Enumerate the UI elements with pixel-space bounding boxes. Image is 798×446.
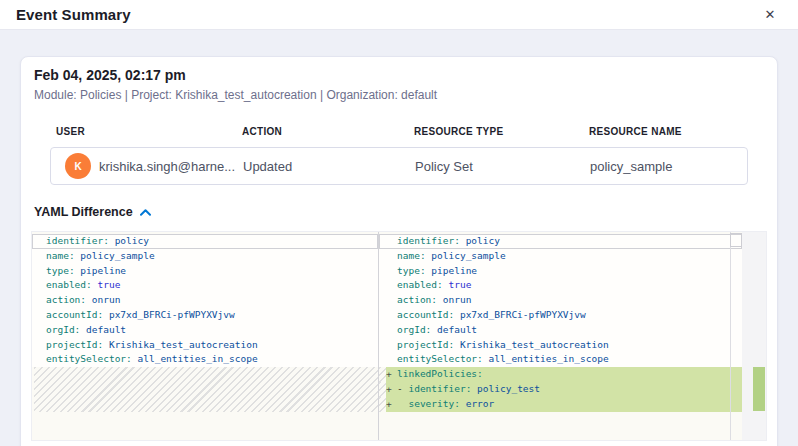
close-icon[interactable]: ✕	[760, 5, 780, 25]
code-line: +- identifier: policy_test	[379, 382, 742, 397]
collapse-toggle[interactable]	[140, 209, 151, 216]
event-card: Feb 04, 2025, 02:17 pm Module: Policies …	[20, 56, 778, 446]
table-header: USER ACTION RESOURCE TYPE RESOURCE NAME	[34, 126, 764, 137]
column-header-resource-type: RESOURCE TYPE	[414, 126, 589, 137]
code-line: action: onrun	[32, 293, 378, 308]
diff-pane-original[interactable]: identifier: policyname: policy_sampletyp…	[32, 232, 378, 440]
code-line: type: pipeline	[32, 264, 378, 279]
code-line: + severity: error	[379, 397, 742, 412]
event-summary-modal: Event Summary ✕ Feb 04, 2025, 02:17 pm M…	[0, 0, 798, 446]
diff-pane-modified[interactable]: identifier: policyname: policy_sampletyp…	[379, 232, 742, 440]
diff-pane-separator	[378, 232, 379, 440]
diff-overview-ruler	[742, 232, 766, 440]
code-line: +linkedPolicies:	[379, 367, 742, 382]
user-email: krishika.singh@harne...	[99, 159, 235, 174]
scrollbar-track	[730, 232, 731, 440]
code-line: orgId: default	[32, 323, 378, 338]
code-line: action: onrun	[379, 293, 742, 308]
code-line: identifier: policy	[32, 234, 378, 249]
added-lines-ruler-mark	[753, 367, 765, 411]
avatar: K	[65, 153, 91, 179]
diff-added-marker: +	[386, 397, 392, 412]
code-line: projectId: Krishika_test_autocreation	[32, 338, 378, 353]
action-value: Updated	[243, 159, 415, 174]
column-header-user: USER	[56, 126, 242, 137]
code-line: entitySelector: all_entities_in_scope	[379, 352, 742, 367]
event-meta: Module: Policies | Project: Krishika_tes…	[34, 88, 764, 102]
yaml-difference-header: YAML Difference	[34, 205, 764, 219]
scrollbar-thumb[interactable]	[730, 233, 742, 247]
modal-body: Feb 04, 2025, 02:17 pm Module: Policies …	[0, 30, 798, 446]
event-timestamp: Feb 04, 2025, 02:17 pm	[34, 67, 764, 83]
column-header-action: ACTION	[242, 126, 414, 137]
diff-placeholder-hatch	[34, 367, 378, 411]
yaml-diff-viewer: identifier: policyname: policy_sampletyp…	[32, 232, 766, 440]
code-line: accountId: px7xd_BFRCi-pfWPYXVjvw	[379, 308, 742, 323]
diff-added-marker: +	[386, 367, 392, 382]
code-line: entitySelector: all_entities_in_scope	[32, 352, 378, 367]
code-line: type: pipeline	[379, 264, 742, 279]
table-row: K krishika.singh@harne... Updated Policy…	[50, 147, 748, 185]
column-header-resource-name: RESOURCE NAME	[589, 126, 764, 137]
code-line: enabled: true	[379, 278, 742, 293]
code-line: name: policy_sample	[379, 249, 742, 264]
code-line: enabled: true	[32, 278, 378, 293]
diff-added-marker: +	[386, 382, 392, 397]
resource-name-value: policy_sample	[590, 159, 747, 174]
code-line: projectId: Krishika_test_autocreation	[379, 338, 742, 353]
chevron-up-icon	[140, 209, 151, 216]
user-cell: K krishika.singh@harne...	[65, 153, 243, 179]
code-line: identifier: policy	[379, 234, 742, 249]
code-line: orgId: default	[379, 323, 742, 338]
modal-header: Event Summary ✕	[0, 0, 798, 30]
code-line: name: policy_sample	[32, 249, 378, 264]
code-line: accountId: px7xd_BFRCi-pfWPYXVjvw	[32, 308, 378, 323]
resource-type-value: Policy Set	[415, 159, 590, 174]
page-title: Event Summary	[16, 6, 131, 23]
yaml-difference-label: YAML Difference	[34, 205, 133, 219]
